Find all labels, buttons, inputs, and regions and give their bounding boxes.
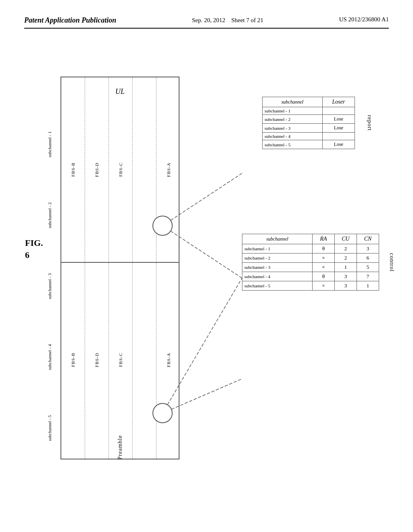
table-row: subchannel - 5 Lose (263, 140, 355, 149)
pre-col-fbsb: FBS-B (61, 261, 85, 459)
pre-col-fbsc: FBS-C (109, 261, 133, 459)
control-table: subchannel RA CU CN subchannel - 1 θ 2 3… (242, 234, 379, 291)
report-cell-sub-1: subchannel - 1 (263, 107, 323, 115)
cell-cu-5: 3 (335, 281, 357, 291)
table-row: subchannel - 4 θ 3 7 (242, 272, 379, 281)
report-cell-loser-2: Lose (323, 115, 355, 124)
row-labels-container: subchannel - 1 subchannel - 2 subchannel… (40, 77, 59, 459)
row-label-3: subchannel - 3 (40, 251, 59, 322)
col-header-cn: CN (357, 234, 379, 244)
patent-number: US 2012/236800 A1 (339, 16, 389, 23)
row-label-5: subchannel - 5 (40, 393, 59, 463)
cell-cn-5: 1 (357, 281, 379, 291)
report-col-header-loser: Loser (323, 97, 355, 107)
pre-col-fbsd: FBS-D (85, 261, 109, 459)
cell-subchannel-5: subchannel - 5 (242, 281, 313, 291)
cell-cu-4: 3 (335, 272, 357, 281)
cell-subchannel-1: subchannel - 1 (242, 244, 313, 254)
cell-cn-2: 6 (357, 254, 379, 263)
ul-col-fbsb: FBS-B (61, 77, 85, 262)
cell-subchannel-2: subchannel - 2 (242, 254, 313, 263)
cell-cu-3: 1 (335, 263, 357, 272)
control-table-container: subchannel RA CU CN subchannel - 1 θ 2 3… (242, 234, 379, 291)
cell-subchannel-3: subchannel - 3 (242, 263, 313, 272)
preamble-section: Preamble FBS-B FBS-D FBS-C FBS-A (61, 261, 179, 459)
report-table: subchannel Loser subchannel - 1 subchann… (262, 97, 355, 149)
report-cell-loser-3: Lose (323, 124, 355, 133)
report-table-container: subchannel Loser subchannel - 1 subchann… (262, 97, 355, 149)
cell-ra-3: × (313, 263, 335, 272)
fbs-a-indicator-pre (152, 403, 173, 423)
table-row: subchannel - 5 × 3 1 (242, 281, 379, 291)
ul-col-4 (133, 77, 156, 262)
table-row: subchannel - 2 Lose (263, 115, 355, 124)
report-cell-sub-5: subchannel - 5 (263, 140, 323, 149)
control-label: control (389, 253, 395, 272)
report-cell-sub-3: subchannel - 3 (263, 124, 323, 133)
report-col-header-subchannel: subchannel (263, 97, 323, 107)
cell-cn-1: 3 (357, 244, 379, 254)
table-row: subchannel - 4 (263, 133, 355, 140)
cell-subchannel-4: subchannel - 4 (242, 272, 313, 281)
header-date-sheet: Sep. 20, 2012 Sheet 7 of 21 (192, 16, 263, 25)
report-cell-sub-2: subchannel - 2 (263, 115, 323, 124)
cell-ra-4: θ (313, 272, 335, 281)
ul-col-fbsd: FBS-D (85, 77, 109, 262)
table-row: subchannel - 1 θ 2 3 (242, 244, 379, 254)
row-label-1: subchannel - 1 (40, 109, 59, 180)
table-row: subchannel - 2 × 2 6 (242, 254, 379, 263)
cell-ra-2: × (313, 254, 335, 263)
ul-col-fbsc: FBS-C (109, 77, 133, 262)
col-header-subchannel: subchannel (242, 234, 313, 244)
main-diagram: UL FBS-B FBS-D FBS-C FBS-A Preamb (40, 56, 387, 508)
cell-cu-2: 2 (335, 254, 357, 263)
report-cell-loser-5: Lose (323, 140, 355, 149)
report-cell-loser-4 (323, 133, 355, 140)
col-header-ra: RA (313, 234, 335, 244)
table-row: subchannel - 3 Lose (263, 124, 355, 133)
report-label: report (366, 115, 372, 131)
cell-cn-3: 5 (357, 263, 379, 272)
row-label-2: subchannel - 2 (40, 180, 59, 251)
fbs-a-indicator-ul (152, 216, 173, 236)
table-row: subchannel - 1 (263, 107, 355, 115)
publication-title: Patent Application Publication (24, 16, 116, 25)
cell-ra-1: θ (313, 244, 335, 254)
cell-cn-4: 7 (357, 272, 379, 281)
cell-cu-1: 2 (335, 244, 357, 254)
page-header: Patent Application Publication Sep. 20, … (24, 16, 389, 29)
outer-frame: UL FBS-B FBS-D FBS-C FBS-A Preamb (60, 77, 179, 459)
report-cell-loser-1 (323, 107, 355, 115)
col-header-cu: CU (335, 234, 357, 244)
cell-ra-5: × (313, 281, 335, 291)
table-row: subchannel - 3 × 1 5 (242, 263, 379, 272)
row-label-4: subchannel - 4 (40, 322, 59, 393)
pre-col-4 (133, 261, 156, 459)
report-cell-sub-4: subchannel - 4 (263, 133, 323, 140)
pre-col-fbsa: FBS-A (156, 261, 180, 459)
